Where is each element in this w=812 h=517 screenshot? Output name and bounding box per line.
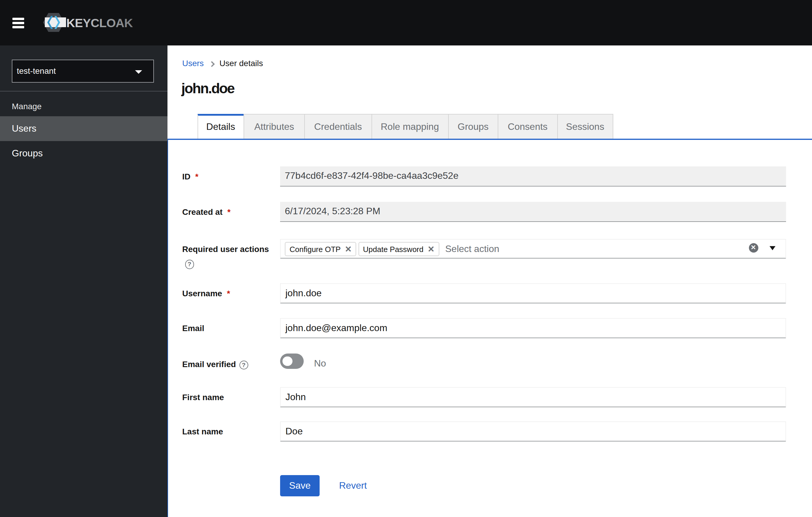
svg-text:KEYCLOAK: KEYCLOAK <box>66 16 133 29</box>
